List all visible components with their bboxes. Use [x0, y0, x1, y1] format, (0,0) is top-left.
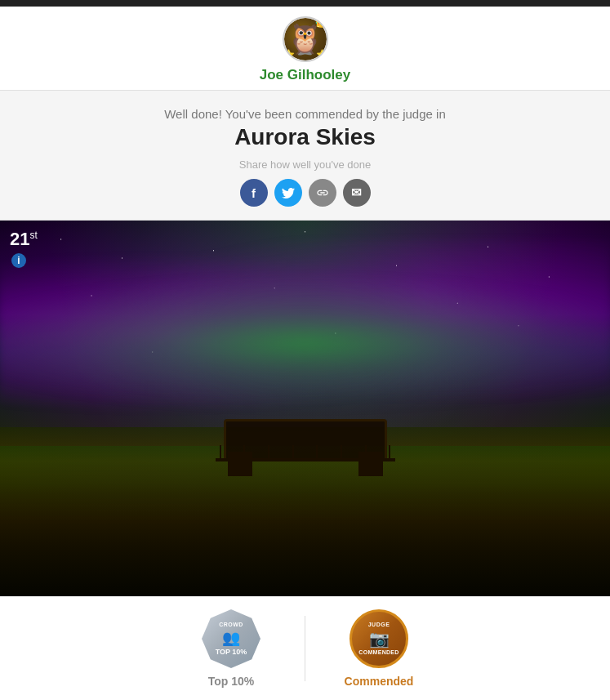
profile-section: 👑 ⭐ ⭐ Joe Gilhooley [0, 7, 610, 90]
star-right-icon: ⭐ [316, 49, 328, 60]
railing-post [220, 445, 221, 458]
photo-section: 21st i [0, 221, 610, 596]
railing-post [389, 445, 390, 458]
judge-badge-label2: COMMENDED [358, 649, 399, 656]
railing-post [292, 445, 294, 458]
share-buttons-group: f ✉ [33, 179, 577, 207]
username[interactable]: Joe Gilhooley [260, 67, 350, 83]
crowd-badge-label2: TOP 10% [216, 648, 247, 656]
bridge-support-left [228, 452, 252, 476]
info-icon[interactable]: i [11, 253, 26, 268]
bridge-silhouette [216, 411, 395, 476]
commendation-section: Well done! You've been commended by the … [0, 90, 610, 221]
commendation-title: Aurora Skies [33, 124, 577, 150]
twitter-bird-icon [282, 188, 295, 198]
railing-post [341, 445, 342, 458]
judge-award-label: Commended [345, 675, 414, 688]
crowd-badge-label1: CROWD [219, 622, 243, 628]
avatar[interactable]: 👑 ⭐ ⭐ [283, 16, 328, 62]
crown-icon: 👑 [314, 16, 328, 28]
commendation-subtitle: Well done! You've been commended by the … [33, 107, 577, 121]
share-label: Share how well you've done [33, 158, 577, 171]
crowd-badge-shape: CROWD 👥 TOP 10% [202, 609, 260, 668]
awards-section: CROWD 👥 TOP 10% Top 10% JUDGE 📷 COMMENDE… [0, 596, 610, 700]
link-icon [316, 186, 329, 199]
aurora-green-layer [0, 277, 610, 408]
copy-link-button[interactable] [309, 179, 336, 207]
crowd-award-item: CROWD 👥 TOP 10% Top 10% [158, 609, 305, 688]
bridge-support-right [358, 452, 383, 476]
email-share-button[interactable]: ✉ [343, 179, 371, 207]
railing-post [316, 445, 318, 458]
crowd-award-label: Top 10% [208, 675, 255, 688]
railing-post [268, 445, 269, 458]
crowd-badge-inner: CROWD 👥 TOP 10% [216, 622, 247, 655]
crowd-icon: 👥 [222, 629, 240, 647]
judge-badge-label1: JUDGE [368, 622, 390, 628]
rank-badge: 21st [10, 230, 38, 248]
judge-award-item: JUDGE 📷 COMMENDED Commended [305, 609, 452, 688]
crowd-badge: CROWD 👥 TOP 10% [202, 609, 260, 668]
camera-icon: 📷 [369, 629, 390, 649]
facebook-share-button[interactable]: f [240, 179, 268, 207]
top-bar [0, 0, 610, 7]
judge-badge: JUDGE 📷 COMMENDED [350, 609, 408, 668]
judge-badge-shape: JUDGE 📷 COMMENDED [350, 609, 408, 668]
twitter-share-button[interactable] [274, 179, 302, 207]
star-left-icon: ⭐ [283, 49, 295, 60]
